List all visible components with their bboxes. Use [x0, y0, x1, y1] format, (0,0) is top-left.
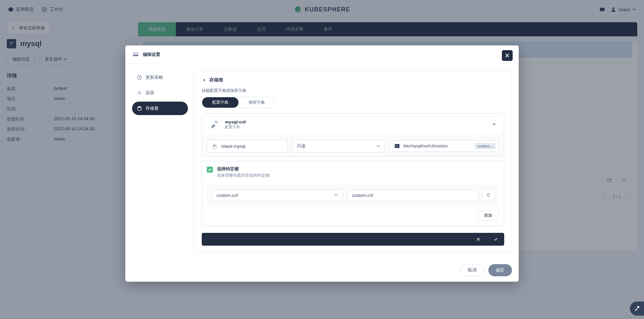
- hammer-icon: [634, 306, 640, 312]
- svg-rect-13: [214, 144, 215, 145]
- container-icon: [137, 90, 142, 96]
- ok-button[interactable]: 确定: [488, 264, 512, 276]
- server-icon: [132, 51, 139, 58]
- modal-close-button[interactable]: [502, 50, 513, 61]
- svg-rect-14: [215, 145, 216, 146]
- mount-mode-value: 只读: [297, 143, 305, 149]
- specific-keys-card: 选择特定键 选择需要挂载到容器的特定键。 custom.cnf: [202, 161, 504, 226]
- sidebar-item-label: 容器: [146, 90, 154, 96]
- section-title: 存储卷: [209, 77, 223, 83]
- subpath-tag: custom...: [475, 143, 495, 149]
- mount-mode-select[interactable]: 只读: [292, 140, 385, 152]
- chevron-down-icon: [492, 122, 496, 127]
- svg-rect-15: [395, 144, 399, 148]
- mount-path-input[interactable]: /etc/mysql/conf.d/custom. custom...: [389, 140, 499, 152]
- configmap-name: mysql-cnf: [225, 119, 486, 125]
- key-select-value: custom.cnf: [217, 193, 238, 198]
- svg-point-9: [138, 106, 141, 108]
- docker-icon: [212, 143, 218, 149]
- sidebar-item-containers[interactable]: 容器: [132, 86, 188, 100]
- volume-icon: [137, 106, 142, 111]
- specific-keys-desc: 选择需要挂载到容器的特定键。: [217, 173, 273, 178]
- chevron-down-icon: [376, 144, 380, 148]
- help-fab[interactable]: [630, 302, 644, 316]
- edit-settings-modal: 编辑设置 更新策略 容器 存储卷: [125, 45, 519, 282]
- svg-rect-11: [213, 145, 214, 146]
- back-arrow-icon[interactable]: [202, 78, 206, 82]
- modal-sidebar: 更新策略 容器 存储卷: [132, 71, 190, 252]
- key-select[interactable]: custom.cnf: [212, 189, 343, 201]
- key-mapping-row: custom.cnf: [207, 184, 499, 206]
- svg-rect-10: [214, 120, 218, 124]
- svg-rect-12: [214, 145, 215, 146]
- mount-path-value: /etc/mysql/conf.d/custom.: [403, 144, 472, 148]
- modal-header: 编辑设置: [125, 45, 519, 64]
- strategy-icon: [137, 75, 142, 80]
- sidebar-item-label: 存储卷: [146, 105, 159, 111]
- inline-confirm-button[interactable]: [492, 236, 500, 243]
- cancel-button[interactable]: 取消: [460, 264, 484, 276]
- hammer-icon: [208, 118, 220, 131]
- close-icon: [476, 237, 481, 242]
- modal-content: 存储卷 挂载配置字典或保密字典 配置字典 保密字典 mysql-cnf: [194, 71, 512, 252]
- chevron-down-icon: [334, 193, 338, 197]
- svg-rect-6: [133, 52, 138, 54]
- configmap-type: 配置字典: [225, 125, 486, 130]
- specific-keys-title: 选择特定键: [217, 166, 273, 172]
- modal-title: 编辑设置: [143, 51, 160, 58]
- pill-secret[interactable]: 保密字典: [238, 97, 275, 108]
- delete-key-button[interactable]: [482, 189, 494, 201]
- terminal-icon: [394, 143, 400, 149]
- check-icon: [208, 168, 212, 172]
- sidebar-item-label: 更新策略: [146, 74, 163, 80]
- expand-configmap[interactable]: [490, 120, 498, 129]
- modal-footer: 取消 确定: [125, 259, 519, 282]
- modal-overlay: 编辑设置 更新策略 容器 存储卷: [0, 0, 644, 319]
- close-icon: [505, 53, 510, 58]
- check-icon: [493, 237, 498, 242]
- specific-keys-checkbox[interactable]: [207, 167, 213, 173]
- configmap-card: mysql-cnf 配置字典 lstack-mysql: [202, 113, 504, 157]
- section-subtitle: 挂载配置字典或保密字典: [202, 88, 504, 94]
- mount-row: lstack-mysql 只读 /etc/mysql/conf.d/custom…: [202, 135, 504, 156]
- section-header: 存储卷: [202, 77, 504, 83]
- inline-cancel-button[interactable]: [475, 236, 482, 243]
- key-path-input[interactable]: [347, 189, 478, 201]
- sidebar-item-volumes[interactable]: 存储卷: [132, 102, 188, 115]
- trash-icon: [486, 193, 491, 198]
- svg-rect-16: [637, 306, 639, 308]
- pill-configmap[interactable]: 配置字典: [202, 97, 238, 108]
- sidebar-item-update-policy[interactable]: 更新策略: [132, 71, 188, 84]
- container-chip: lstack-mysql: [207, 140, 288, 152]
- configmap-selector[interactable]: mysql-cnf 配置字典: [202, 114, 504, 135]
- container-name: lstack-mysql: [221, 144, 246, 149]
- type-toggle: 配置字典 保密字典: [202, 97, 275, 108]
- add-key-button[interactable]: 添加: [477, 210, 499, 221]
- inline-confirm-bar: [202, 233, 504, 246]
- svg-rect-7: [133, 55, 138, 56]
